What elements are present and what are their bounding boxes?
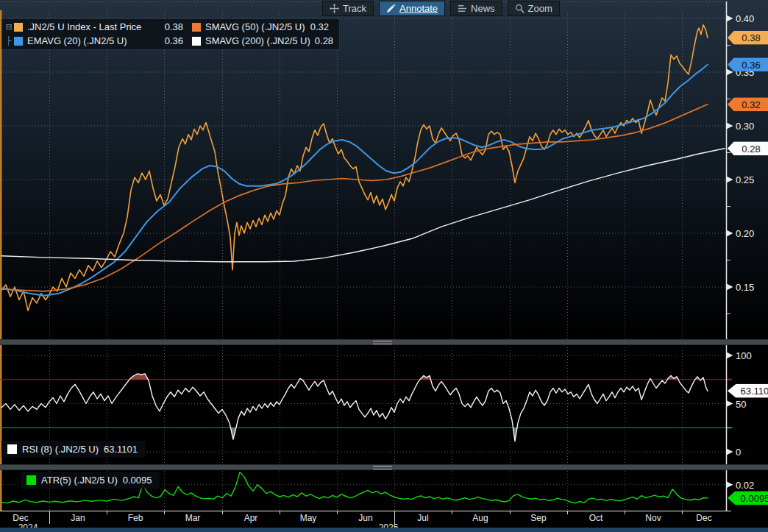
- legend-swatch: [192, 23, 201, 32]
- legend-entries: .JN2/5 U Index - Last Price0.38SMAVG (50…: [14, 20, 338, 48]
- axis-value-badge: 0.32: [728, 97, 768, 111]
- toolbar-button-zoom[interactable]: Zoom: [508, 1, 560, 16]
- rsi-legend-label: RSI (8) (.JN2/5 U): [22, 444, 99, 455]
- track-move-icon: [330, 4, 339, 13]
- news-list-icon: [458, 4, 467, 13]
- toolbar-button-label: Zoom: [528, 3, 552, 14]
- toolbar-button-label: Annotate: [399, 3, 438, 14]
- separator-handle-icon[interactable]: [373, 341, 392, 344]
- legend-entry[interactable]: SMAVG (50) (.JN2/5 U)0.32: [192, 20, 338, 34]
- x-axis-month-label: Jun: [358, 513, 372, 523]
- legend-entry[interactable]: SMAVG (200) (.JN2/5 U)0.28: [192, 34, 338, 48]
- atr-legend-swatch: [26, 475, 36, 485]
- x-axis-month-label: Mar: [185, 513, 201, 523]
- atr-legend[interactable]: ATR(5) (.JN2/5 U) 0.0095: [21, 472, 160, 489]
- legend-value: 0.28: [315, 35, 342, 46]
- x-axis-month-label: Feb: [128, 513, 143, 523]
- legend-tree-branch-icon: ├: [4, 34, 14, 48]
- toolbar-button-label: News: [471, 3, 495, 14]
- zoom-magnifier-icon: [515, 4, 525, 13]
- y-axis-label: 0.02: [736, 479, 754, 490]
- legend-swatch: [14, 37, 23, 46]
- legend-tree: ⊟ ├: [4, 20, 14, 48]
- legend-swatch: [14, 23, 23, 32]
- axis-value-badge: 0.0095: [728, 491, 768, 505]
- axis-value-badge: 0.36: [728, 57, 768, 71]
- legend-value: 0.32: [310, 21, 338, 32]
- series-line: [1, 374, 708, 441]
- toolbar-button-annotate[interactable]: Annotate: [379, 1, 445, 16]
- x-axis-month-label: Oct: [589, 513, 603, 523]
- atr-legend-value: 0.0095: [123, 475, 152, 486]
- legend-label: .JN2/5 U Index - Last Price: [27, 21, 141, 32]
- legend-swatch: [192, 37, 201, 46]
- separator-handle-icon[interactable]: [373, 466, 392, 469]
- legend-value: 0.36: [165, 35, 192, 46]
- legend-value: 0.38: [165, 21, 192, 32]
- y-axis-label: 100: [736, 350, 752, 361]
- x-axis-month-label: Sep: [530, 513, 546, 523]
- x-axis-month-label: Aug: [472, 513, 488, 523]
- y-axis-label: 0.30: [736, 121, 754, 132]
- legend-entry[interactable]: EMAVG (20) (.JN2/5 U)0.36: [14, 34, 192, 48]
- axis-value-badge: 0.28: [728, 141, 768, 155]
- annotate-pencil-icon: [386, 4, 396, 13]
- series-line: [1, 149, 725, 262]
- y-axis-label: 0.20: [736, 228, 754, 239]
- y-axis-label: 0.40: [736, 13, 754, 24]
- rsi-legend-swatch: [7, 444, 17, 454]
- x-axis-month-label: May: [300, 513, 317, 523]
- panel-separator[interactable]: [0, 464, 768, 470]
- y-axis-label: 0.15: [736, 282, 754, 293]
- legend-label: EMAVG (20) (.JN2/5 U): [27, 35, 127, 46]
- toolbar-button-news[interactable]: News: [450, 1, 502, 16]
- main-legend[interactable]: ⊟ ├ .JN2/5 U Index - Last Price0.38SMAVG…: [1, 18, 340, 50]
- atr-legend-label: ATR(5) (.JN2/5 U): [41, 475, 118, 486]
- axis-value-badge: 0.38: [728, 31, 768, 45]
- legend-collapse-icon[interactable]: ⊟: [4, 20, 14, 34]
- panel-separator[interactable]: [0, 339, 768, 345]
- x-axis-month-label: Nov: [645, 513, 661, 523]
- y-axis-label: 50: [736, 398, 746, 409]
- x-axis-month-label: Dec: [696, 513, 711, 523]
- y-axis-label: 0.25: [736, 174, 754, 185]
- stage: TrackAnnotateNewsZoom ⊟ ├ .JN2/5 U Index…: [0, 0, 768, 532]
- x-axis-month-label: Dec: [13, 513, 28, 523]
- y-axis-label: 0: [736, 447, 741, 458]
- axis-value-badge: 63.1101: [728, 384, 768, 398]
- toolbar: TrackAnnotateNewsZoom: [322, 1, 560, 16]
- x-axis-month-label: Jul: [417, 513, 428, 523]
- legend-entry[interactable]: .JN2/5 U Index - Last Price0.38: [14, 20, 192, 34]
- legend-label: SMAVG (200) (.JN2/5 U): [205, 35, 310, 46]
- toolbar-button-label: Track: [343, 3, 366, 14]
- x-axis-month-label: Jan: [71, 513, 85, 523]
- left-accent-border: [0, 10, 2, 511]
- rsi-legend-value: 63.1101: [104, 444, 138, 455]
- toolbar-button-track[interactable]: Track: [322, 1, 374, 16]
- bottom-bar: [0, 528, 768, 532]
- rsi-legend[interactable]: RSI (8) (.JN2/5 U) 63.1101: [1, 441, 145, 458]
- legend-label: SMAVG (50) (.JN2/5 U): [205, 21, 305, 32]
- x-axis-month-label: Apr: [244, 513, 258, 523]
